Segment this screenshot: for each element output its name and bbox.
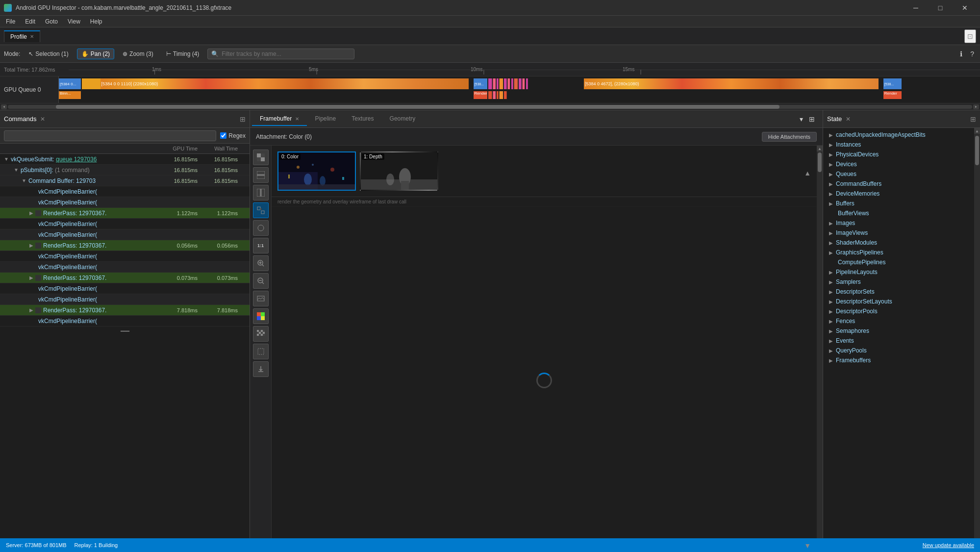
table-row[interactable]: vkCmdPipelineBarrier( [0,219,250,229]
fb-scroll-thumb[interactable] [818,152,822,172]
fb-scroll-track[interactable] [817,151,823,548]
menu-help[interactable]: Help [86,17,106,26]
segment-538-2[interactable]: [538... [883,78,902,89]
framebuffer-tab-close[interactable]: ✕ [295,116,299,122]
tool-checkerboard[interactable] [253,150,269,165]
expand-icon[interactable]: ▶ [29,243,33,248]
tool-download[interactable] [253,361,269,377]
state-expand[interactable]: ⊞ [970,115,976,123]
tool-zoom-out[interactable] [253,273,269,289]
segment-main-1[interactable]: [5384 0 0 1110] (2280x1080) [101,78,469,89]
tab-expand-button[interactable]: ⊡ [964,29,976,43]
table-row[interactable]: ▶ RenderPass: 12970367. 0.056ms 0.056ms [0,240,250,251]
expand-icon[interactable]: ▶ [29,307,33,313]
list-item[interactable]: ▶ GraphicsPipelines [823,248,974,257]
state-close[interactable]: ✕ [846,116,851,123]
menu-edit[interactable]: Edit [21,17,39,26]
framebuffer-scrollbar[interactable]: ▲ ▼ [817,146,823,552]
list-item[interactable]: ▶ CommandBuffers [823,179,974,189]
state-scroll-track[interactable] [974,134,980,548]
expand-icon[interactable]: ▼ [22,178,26,183]
commands-close[interactable]: ✕ [40,116,45,123]
list-item[interactable]: ▶ Fences [823,316,974,326]
tool-split-horizontal[interactable] [253,167,269,183]
table-row[interactable]: vkCmdPipelineBarrier( [0,229,250,240]
scroll-track[interactable] [8,105,972,109]
tool-split-vertical[interactable] [253,185,269,201]
table-row[interactable]: ▶ RenderPass: 12970367. 7.818ms 7.818ms [0,305,250,316]
tab-textures[interactable]: Textures [344,112,381,126]
minimize-button[interactable]: ─ [905,0,927,16]
table-row[interactable]: ▼ vkQueueSubmit: queue 1297036 16.815ms … [0,154,250,165]
maximize-button[interactable]: □ [929,0,952,16]
table-row[interactable]: vkCmdPipelineBarrier( [0,251,250,262]
list-item[interactable]: ▶ DescriptorSetLayouts [823,297,974,306]
list-item[interactable]: ComputePipelines [823,257,974,267]
list-item[interactable]: ▶ Semaphores [823,326,974,336]
tool-original[interactable] [253,202,269,218]
tool-checkerboard-2[interactable] [253,326,269,342]
fb-scroll-up-button[interactable]: ▲ [817,146,823,151]
table-row[interactable]: vkCmdPipelineBarrier( [0,316,250,326]
list-item[interactable]: ▶ DeviceMemories [823,189,974,199]
table-row[interactable]: ▶ RenderPass: 12970367. 1.122ms 1.122ms [0,208,250,219]
tool-select-region[interactable] [253,344,269,359]
timeline-scrollbar[interactable]: ◂ ▸ [0,103,980,110]
regex-checkbox[interactable] [220,132,226,139]
tool-image[interactable] [253,291,269,306]
list-item[interactable]: ▶ QueryPools [823,346,974,355]
timing-mode-button[interactable]: ⊢ Timing (4) [162,49,204,59]
state-scroll-up[interactable]: ▲ [974,128,980,134]
expand-icon[interactable]: ▼ [14,167,19,173]
profile-tab-close[interactable]: ✕ [30,34,34,39]
expand-icon[interactable]: ▶ [29,210,33,216]
list-item[interactable]: BufferViews [823,208,974,218]
list-item[interactable]: ▶ Samplers [823,277,974,287]
color-thumbnail[interactable]: 0: Color [277,151,356,191]
table-row[interactable]: ▼ pSubmits[0]: (1 command) 16.815ms 16.8… [0,165,250,176]
selection-mode-button[interactable]: ↖ Selection (1) [24,49,73,59]
filter-tracks-input[interactable] [207,49,354,59]
table-row[interactable]: vkCmdPipelineBarrier( [0,283,250,294]
menu-file[interactable]: File [2,17,19,26]
scroll-thumb[interactable] [56,105,779,109]
close-button[interactable]: ✕ [954,0,976,16]
table-row[interactable]: vkCmdPipelineBarrier( [0,186,250,197]
state-scrollbar[interactable]: ▲ ▼ [974,128,980,552]
segment-538-1[interactable]: [538... [474,78,487,89]
list-item[interactable]: ▶ Buffers [823,199,974,208]
tool-palette[interactable] [253,308,269,324]
segment-main-2[interactable]: [5384 0 4672], (2280x1080) [584,78,879,89]
scroll-left-button[interactable]: ◂ [1,104,7,109]
list-item[interactable]: ▶ PipelineLayouts [823,267,974,277]
list-item[interactable]: ▶ Devices [823,159,974,169]
table-row[interactable]: ▼ Command Buffer: 129703 16.815ms 16.815… [0,176,250,186]
pan-mode-button[interactable]: ✋ Pan (2) [77,49,114,59]
commands-search-input[interactable] [4,130,216,141]
menu-view[interactable]: View [64,17,84,26]
table-row[interactable]: vkCmdPipelineBarrier( [0,262,250,273]
tab-geometry[interactable]: Geometry [382,112,424,126]
hide-attachments-button[interactable]: Hide Attachments [762,132,817,142]
tab-framebuffer[interactable]: Framebuffer ✕ [252,112,307,126]
list-item[interactable]: ▶ Events [823,336,974,346]
table-row[interactable]: vkCmdPipelineBarrier( [0,197,250,208]
profile-tab[interactable]: Profile ✕ [4,30,40,42]
update-available-link[interactable]: New update available [923,542,974,548]
list-item[interactable]: ▶ Framebuffers [823,355,974,365]
tab-pipeline[interactable]: Pipeline [307,112,344,126]
list-item[interactable]: ▶ Images [823,218,974,228]
depth-thumbnail[interactable]: 1: Depth [360,151,438,191]
list-item[interactable]: ▶ ShaderModules [823,238,974,248]
scroll-right-button[interactable]: ▸ [973,104,979,109]
table-row[interactable]: vkCmdPipelineBarrier( [0,294,250,305]
tool-circle[interactable] [253,220,269,236]
list-item[interactable]: ▶ cachedUnpackedImageAspectBits [823,130,974,140]
segment-5384-0[interactable]: [5384 0... [59,78,81,89]
list-item[interactable]: ▶ DescriptorPools [823,306,974,316]
expand-panel-button[interactable]: ⊞ [807,113,817,125]
zoom-mode-button[interactable]: ⊕ Zoom (3) [118,49,158,59]
more-tabs-button[interactable]: ▾ [798,113,805,125]
menu-goto[interactable]: Goto [41,17,62,26]
table-row[interactable]: ▶ RenderPass: 12970367. 0.073ms 0.073ms [0,273,250,283]
